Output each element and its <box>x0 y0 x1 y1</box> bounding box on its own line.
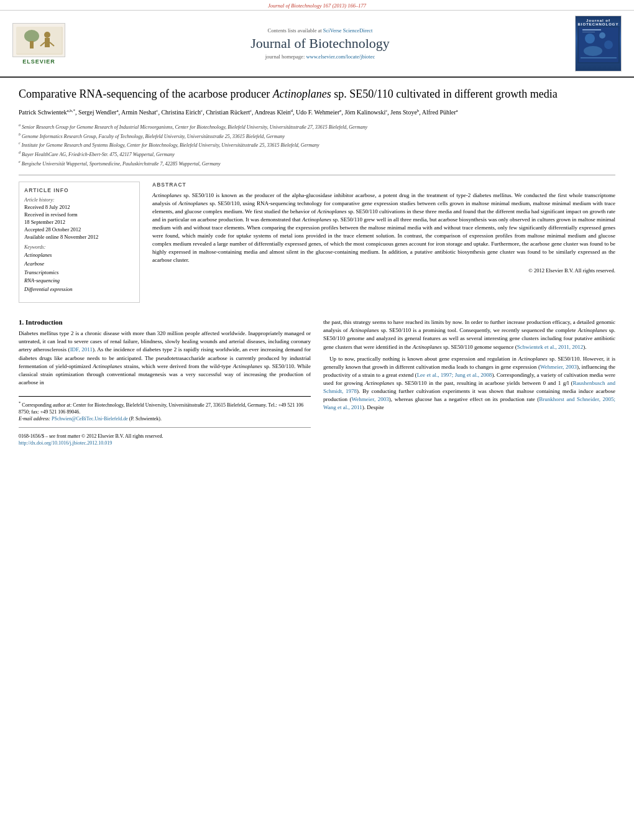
abstract-column: ABSTRACT Actinoplanes sp. SE50/110 is kn… <box>152 182 615 309</box>
abstract-text: Actinoplanes sp. SE50/110 is known as th… <box>152 192 615 264</box>
intro-text-left: Diabetes mellitus type 2 is a chronic di… <box>19 330 311 386</box>
abstract-section: ABSTRACT Actinoplanes sp. SE50/110 is kn… <box>152 182 615 274</box>
intro-heading: 1. Introduction <box>19 318 311 326</box>
svg-rect-15 <box>582 29 601 30</box>
svg-point-4 <box>44 32 50 38</box>
sciverse-link: Contents lists available at SciVerse Sci… <box>71 27 569 34</box>
abstract-heading: ABSTRACT <box>152 182 615 188</box>
article-info-column: ARTICLE INFO Article history: Received 8… <box>19 182 140 309</box>
keyword-3: Transcriptomics <box>24 269 134 277</box>
ref-wehmeier: Wehmeier, 2003 <box>540 364 577 370</box>
cover-bio-label: Journal ofBIOTECHNOLOGY <box>577 19 618 26</box>
received-revised-label: Received in revised form <box>24 211 134 219</box>
affiliation-c: c Institute for Genome Research and Syst… <box>19 141 615 149</box>
journal-homepage: journal homepage: www.elsevier.com/locat… <box>71 53 569 60</box>
history-label: Article history: <box>24 197 134 203</box>
svg-point-11 <box>599 32 605 39</box>
svg-point-13 <box>584 46 602 56</box>
received-revised-date: 18 September 2012 <box>24 219 134 226</box>
journal-banner: Journal of Biotechnology 167 (2013) 166–… <box>0 0 634 11</box>
journal-header: ELSEVIER Contents lists available at Sci… <box>0 11 634 78</box>
journal-title: Journal of Biotechnology <box>71 35 569 52</box>
journal-title-center: Contents lists available at SciVerse Sci… <box>71 27 569 60</box>
svg-point-10 <box>585 34 595 44</box>
history-section: Article history: Received 8 July 2012 Re… <box>24 197 134 241</box>
doi-text: http://dx.doi.org/10.1016/j.jbiotec.2012… <box>19 440 311 446</box>
article-info-abstract-section: ARTICLE INFO Article history: Received 8… <box>19 175 615 309</box>
affiliation-d: d Bayer HealthCare AG, Friedrich-Ebert-S… <box>19 150 615 158</box>
ref-lee: Lee et al., 1997; Jung et al., 2008 <box>417 372 492 378</box>
doi-link[interactable]: http://dx.doi.org/10.1016/j.jbiotec.2012… <box>19 440 112 446</box>
svg-rect-14 <box>581 57 617 58</box>
body-right-column: the past, this strategy seems to have re… <box>323 318 615 446</box>
homepage-link[interactable]: www.elsevier.com/locate/jbiotec <box>306 53 375 60</box>
affiliation-e: e Bergische Universität Wuppertal, Sport… <box>19 159 615 167</box>
keyword-1: Actinoplanes <box>24 251 134 260</box>
svg-point-12 <box>604 40 613 49</box>
body-section: 1. Introduction Diabetes mellitus type 2… <box>19 318 615 446</box>
available-date: Available online 8 November 2012 <box>24 234 134 241</box>
svg-rect-1 <box>16 27 63 55</box>
ref-schwientek: Schwientek et al., 2011, 2012 <box>517 344 583 350</box>
elsevier-logo-image <box>12 23 65 57</box>
keywords-section: Keywords: Actinoplanes Acarbose Transcri… <box>24 244 134 293</box>
svg-rect-0 <box>13 24 65 57</box>
article-info-box: ARTICLE INFO Article history: Received 8… <box>19 182 140 303</box>
journal-cover: Journal ofBIOTECHNOLOGY <box>575 16 622 72</box>
elsevier-logo: ELSEVIER <box>12 23 65 65</box>
footnote-star: * Corresponding author at: Center for Bi… <box>19 400 311 415</box>
copyright-text: © 2012 Elsevier B.V. All rights reserved… <box>152 267 615 274</box>
intro-text-right: the past, this strategy seems to have re… <box>323 318 615 412</box>
keywords-list: Actinoplanes Acarbose Transcriptomics RN… <box>24 251 134 293</box>
affiliation-a: a Senior Research Group for Genome Resea… <box>19 122 615 131</box>
svg-rect-5 <box>45 38 50 47</box>
authors: Patrick Schwienteka,b,*, Sergej Wendlera… <box>19 108 615 117</box>
sciverse-anchor[interactable]: SciVerse ScienceDirect <box>323 27 373 34</box>
footnotes-section: * Corresponding author at: Center for Bi… <box>19 396 311 447</box>
ref-idf: IDF, 2011 <box>70 346 93 353</box>
affiliation-b: b Genome Informatics Research Group, Fac… <box>19 132 615 140</box>
article-title: Comparative RNA-sequencing of the acarbo… <box>19 87 615 101</box>
keyword-5: Differential expression <box>24 285 134 294</box>
svg-line-6 <box>40 42 45 46</box>
svg-point-2 <box>24 30 39 42</box>
article-info-heading: ARTICLE INFO <box>24 187 134 193</box>
keyword-2: Acarbose <box>24 260 134 269</box>
elsevier-label: ELSEVIER <box>22 58 55 65</box>
body-left-column: 1. Introduction Diabetes mellitus type 2… <box>19 318 311 446</box>
ref-wehmeier2: Wehmeier, 2003 <box>352 396 389 402</box>
svg-rect-16 <box>582 32 595 32</box>
footnote-email: E-mail address: PSchwien@CeBiTec.Uni-Bie… <box>19 415 311 422</box>
keywords-label: Keywords: <box>24 244 134 250</box>
keyword-4: RNA-sequencing <box>24 277 134 285</box>
svg-line-7 <box>50 42 54 46</box>
email-link[interactable]: PSchwien@CeBiTec.Uni-Bielefeld.de <box>52 416 128 422</box>
svg-rect-3 <box>30 41 34 48</box>
issn-text: 0168-1656/$ – see front matter © 2012 El… <box>19 433 311 440</box>
footnote-divider <box>19 427 311 428</box>
accepted-date: Accepted 28 October 2012 <box>24 226 134 234</box>
affiliations: a Senior Research Group for Genome Resea… <box>19 122 615 167</box>
received-date: Received 8 July 2012 <box>24 204 134 211</box>
main-content: Comparative RNA-sequencing of the acarbo… <box>0 78 634 456</box>
